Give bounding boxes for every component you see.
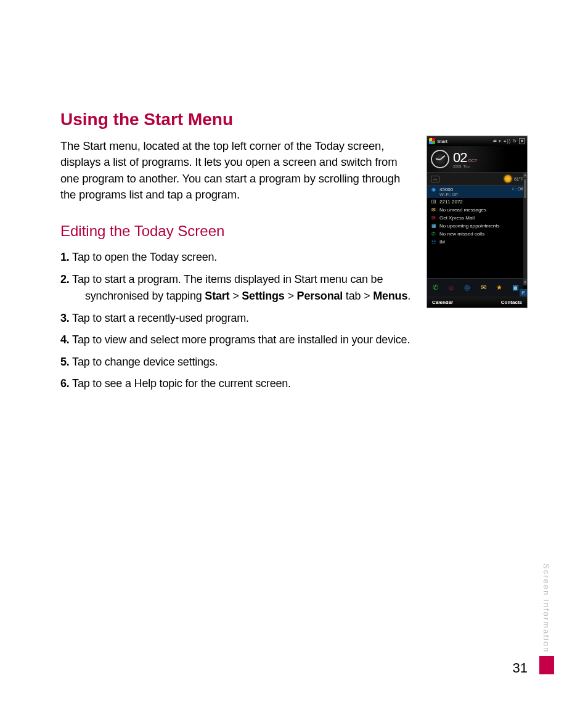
month-label: OCT [468, 158, 477, 163]
bt-off-text: : Off [515, 187, 523, 191]
phone-app-icon: ✆ [430, 282, 441, 293]
status-icons: ⇄ ▾ ◂)) ↻ [493, 139, 518, 144]
list-item-appointments: ▦ No upcoming appointments [427, 222, 527, 230]
step-number: 2. [60, 273, 70, 285]
path-personal: Personal [297, 290, 343, 302]
favorites-app-icon: ★ [494, 282, 505, 293]
section-marker-bar [539, 656, 554, 674]
step-2: 2. Tap to start a program. The items dis… [60, 272, 410, 304]
carrier-id: 45000 [439, 187, 457, 192]
signal-icon: ◉ [431, 187, 436, 192]
mail-icon: ✉ [431, 215, 436, 221]
scroll-up-icon: ▲ [523, 172, 527, 178]
section-title: Using the Start Menu [60, 110, 528, 129]
step-number: 4. [60, 333, 70, 346]
section-marker-label: Screen information [542, 563, 551, 653]
list-item-mail: ✉ Get Xpress Mail [427, 214, 527, 222]
softkey-bar: Calendar Contacts [427, 296, 527, 308]
windows-logo-icon [429, 138, 435, 144]
messaging-app-icon: ✉ [478, 282, 489, 293]
scrollbar: ▲ ▼ [523, 172, 527, 285]
collapse-icon: ︽ [431, 176, 439, 182]
path-start: Start [205, 290, 229, 302]
calls-text: No new missed calls [439, 231, 484, 237]
close-icon: ✕ [519, 138, 525, 144]
softkey-right: Contacts [501, 300, 522, 305]
list-item-carrier: ◉ 45000 Wi-Fi: Off ᚼ: Off [427, 186, 527, 198]
step-number: 6. [60, 377, 70, 390]
step-text: Tap to start a recently-used program. [72, 312, 249, 324]
path-settings: Settings [242, 290, 284, 302]
step-text: Tap to see a Help topic for the current … [72, 377, 291, 390]
bluetooth-icon: ᚼ [512, 187, 514, 191]
step-number: 1. [60, 251, 70, 263]
sun-icon [504, 175, 512, 182]
browser-app-icon: ◎ [462, 282, 473, 293]
step-5: 5. Tap to change device settings. [60, 354, 410, 370]
step-3: 3. Tap to start a recently-used program. [60, 311, 410, 327]
scroll-down-icon: ▼ [523, 279, 527, 285]
contacts-app-icon: ☺ [446, 282, 457, 293]
phone-number: 2211 2072 [439, 199, 463, 205]
step-6: 6. Tap to see a Help topic for the curre… [60, 376, 410, 392]
path-menus: Menus [373, 290, 407, 302]
list-item-im: ☷ IM [427, 238, 527, 246]
im-icon: ☷ [431, 239, 436, 245]
step-text: Tap to start a program. The items displa… [72, 273, 383, 285]
mail-text: Get Xpress Mail [439, 215, 475, 221]
list-item-phone: ⚿ 2211 2072 [427, 198, 527, 206]
step-number: 5. [60, 356, 70, 368]
clock-panel: 02OCT 2008, Thu [427, 146, 527, 172]
step-text: Tap to open the Today screen. [72, 251, 217, 263]
date-display: 02OCT 2008, Thu [453, 150, 477, 168]
step-text: Tap to view and select more programs tha… [72, 333, 410, 346]
wifi-status: Wi-Fi: Off [439, 192, 457, 197]
content-area: Using the Start Menu The Start menu, loc… [60, 110, 528, 392]
expand-icon: ◩ [520, 289, 527, 296]
text: synchronised by tapping [85, 290, 205, 302]
sep: > [229, 290, 242, 302]
device-screenshot: Start ⇄ ▾ ◂)) ↻ ✕ 02OCT 2008, Thu ︽ 61°F… [427, 136, 528, 308]
page-number: 31 [513, 660, 528, 676]
text: . [407, 290, 410, 302]
messages-text: No unread messages [439, 207, 486, 213]
text: tab > [343, 290, 373, 302]
envelope-icon: ✉ [431, 207, 436, 213]
step-1: 1. Tap to open the Today screen. [60, 250, 410, 266]
steps-list: 1. Tap to open the Today screen. 2. Tap … [60, 250, 410, 392]
today-list: ◉ 45000 Wi-Fi: Off ᚼ: Off ⚿ 2211 2072 ✉ … [427, 186, 527, 246]
softkey-left: Calendar [432, 300, 453, 305]
appointments-text: No upcoming appointments [439, 223, 499, 229]
list-item-messages: ✉ No unread messages [427, 206, 527, 214]
phone-icon: ✆ [431, 231, 436, 237]
calendar-icon: ▦ [431, 223, 436, 229]
sep: > [285, 290, 297, 302]
list-item-calls: ✆ No new missed calls [427, 230, 527, 238]
scroll-thumb [524, 179, 526, 198]
launcher-bar: ✆ ☺ ◎ ✉ ★ ▣ ◩ [427, 278, 523, 296]
phone-title-bar: Start ⇄ ▾ ◂)) ↻ ✕ [427, 136, 527, 146]
temperature: 61°F [514, 177, 523, 181]
intro-paragraph: The Start menu, located at the top left … [60, 138, 410, 203]
bluetooth-status: ᚼ: Off [512, 187, 523, 191]
step-text: Tap to change device settings. [72, 356, 218, 368]
step-continuation: synchronised by tapping Start > Settings… [73, 288, 410, 304]
start-label: Start [437, 139, 447, 144]
step-4: 4. Tap to view and select more programs … [60, 332, 410, 348]
key-icon: ⚿ [431, 199, 436, 205]
im-text: IM [439, 239, 445, 245]
year-weekday: 2008, Thu [453, 165, 477, 168]
step-number: 3. [60, 312, 70, 324]
day-number: 02 [453, 150, 467, 166]
weather-bar: ︽ 61°F [427, 172, 527, 186]
analog-clock-icon [431, 150, 449, 168]
